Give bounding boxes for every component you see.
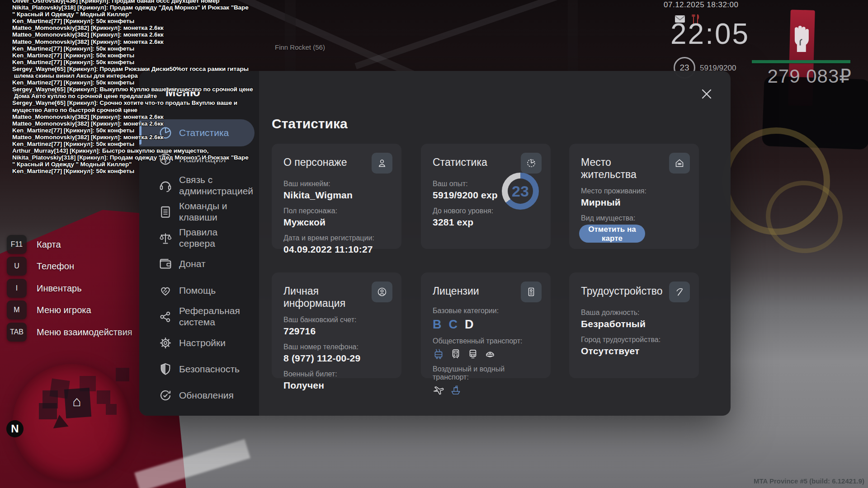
train-icon	[450, 348, 462, 360]
chat-line: Matteo_Momonovskiy[382] [Крикнул]: монет…	[12, 38, 253, 45]
chat-window: Oliver_Ostrovskiy[436] [Крикнул]: Продам…	[12, 0, 253, 174]
level-number: 23	[512, 183, 529, 200]
ship-icon	[450, 384, 462, 396]
military-id-value: Получен	[283, 380, 390, 391]
key-badge: I	[7, 279, 27, 298]
sidebar-item-help[interactable]: Помощь	[139, 283, 255, 298]
plane-icon	[433, 384, 444, 396]
chat-line: Ken_Martinez[77] [Крикнул]: 50к конфеты	[12, 18, 253, 24]
nickname-value: Nikita_Wigman	[283, 190, 390, 201]
public-transport-licenses	[433, 348, 539, 360]
handshake-heart-icon	[158, 283, 173, 298]
registration-value: 04.09.2022 11:10:27	[283, 244, 390, 255]
key-badge: F11	[7, 235, 27, 254]
job-value: Безработный	[581, 319, 687, 329]
chat-line: " Красный И Одежду " Модный Киллер"	[12, 161, 253, 168]
document-icon	[158, 205, 173, 219]
exp-ring: 23	[502, 173, 539, 210]
tram-icon	[467, 348, 479, 360]
chat-line: Ken_Martinez[77] [Крикнул]: 50к конфеты	[12, 141, 253, 147]
hud-datetime: 07.12.2025 18:32:00	[664, 0, 738, 9]
card-statistics: Статистика Ваш опыт:5919/9200 exp До нов…	[421, 144, 551, 249]
license-categories: B C D	[433, 318, 539, 332]
chat-line: Ken_Martinez[77] [Крикнул]: 50к конфеты	[12, 79, 253, 86]
person-circle-icon	[372, 282, 392, 302]
mark-on-map-button[interactable]: Отметить на карте	[579, 225, 645, 243]
chat-line: Ken_Martinez[77] [Крикнул]: 50к конфеты	[12, 127, 253, 134]
pickaxe-icon	[669, 282, 690, 302]
chat-line: Matteo_Momonovskiy[382] [Крикнул]: монет…	[12, 24, 253, 31]
chat-line: Oliver_Ostrovskiy[436] [Крикнул]: Продам…	[12, 0, 253, 4]
map-building	[116, 368, 129, 381]
license-category-b: B	[433, 318, 442, 332]
job-city-value: Отсутствует	[581, 346, 687, 357]
captain-cap-icon	[484, 348, 496, 360]
home-marker-icon: ⌂	[72, 393, 81, 410]
chat-line: Sergey_Wayne[65] [Крикнул]: Выкуплю Купл…	[12, 86, 253, 93]
chat-line: Sergey_Wayne[65] [Крикнул]: Срочно хотит…	[12, 99, 253, 106]
player-nametag: Finn Rocket (56)	[275, 43, 325, 51]
person-icon	[372, 153, 392, 174]
server-version: MTA Province #5 (build: 6.12421.9)	[754, 477, 864, 485]
map-building	[106, 404, 117, 415]
chat-line: Дома Авто куплю по срочной цене предлага…	[12, 93, 253, 99]
house-icon	[669, 153, 690, 174]
chat-line: Matteo_Momonovskiy[382] [Крикнул]: монет…	[12, 113, 253, 120]
license-category-d: D	[465, 318, 474, 332]
bank-account-value: 729716	[283, 326, 390, 337]
chat-line: Ken_Martinez[77] [Крикнул]: 50к конфеты	[12, 52, 253, 59]
exp-value: 5919/9200 exp	[433, 190, 509, 201]
next-level-value: 3281 exp	[433, 217, 509, 228]
chat-line: Sergey_Wayne[65] [Крикнул]: Продам Рюкза…	[12, 66, 253, 72]
keybind-interaction: TAB Меню взаимодействия	[7, 323, 132, 342]
chat-line: Nikita_Platovskiy[318] [Крикнул]: Продам…	[12, 154, 253, 161]
refresh-check-icon	[158, 388, 173, 403]
headset-icon	[158, 178, 173, 193]
gender-value: Мужской	[283, 217, 390, 228]
airwater-transport-licenses	[433, 384, 539, 396]
chat-line: Ken_Martinez[77] [Крикнул]: 50к конфеты	[12, 168, 253, 174]
share-nodes-icon	[158, 310, 173, 324]
card-residence: Место жительства Место проживания:Мирный…	[569, 144, 699, 249]
sidebar-item-referral[interactable]: Реферальная система	[139, 305, 255, 328]
status-bar-green	[752, 60, 850, 63]
shield-icon	[158, 362, 173, 376]
chat-line: мущество Авто по быстрой срочной цене	[12, 107, 253, 113]
keybind-inventory: I Инвентарь	[7, 279, 82, 298]
card-about-character: О персонаже Ваш никнейм:Nikita_Wigman По…	[272, 144, 401, 249]
sidebar-item-donate[interactable]: Донат	[139, 257, 255, 271]
chat-line: Matteo_Momonovskiy[382] [Крикнул]: монет…	[12, 31, 253, 38]
key-badge: TAB	[7, 323, 27, 342]
gear-icon	[158, 336, 173, 350]
sidebar-item-rules[interactable]: Правила сервера	[139, 227, 255, 249]
sidebar-item-updates[interactable]: Обновления	[139, 388, 255, 403]
key-badge: U	[7, 257, 27, 276]
card-employment: Трудоустройство Ваша должность:Безработн…	[569, 272, 699, 378]
license-card-icon	[521, 282, 542, 302]
sidebar-item-security[interactable]: Безопасность	[139, 362, 255, 376]
chat-line: Matteo_Momonovskiy[382] [Крикнул]: монет…	[12, 134, 253, 141]
chat-line: Ken_Martinez[77] [Крикнул]: 50к конфеты	[12, 45, 253, 52]
keybind-phone: U Телефон	[7, 257, 74, 276]
chat-line: Nikita_Platovskiy[318] [Крикнул]: Продам…	[12, 4, 253, 11]
phone-number-value: 8 (977) 112-00-29	[283, 353, 390, 364]
sidebar-item-settings[interactable]: Настройки	[139, 336, 255, 350]
wallet-icon	[158, 257, 173, 271]
sidebar-item-commands[interactable]: Команды и клавиши	[139, 201, 255, 223]
fist-icon	[790, 23, 810, 52]
close-icon[interactable]	[699, 86, 714, 102]
keybind-map: F11 Карта	[7, 235, 61, 254]
compass-north: N	[6, 420, 24, 437]
key-badge: M	[7, 300, 27, 319]
chat-line: Arthur_Murray[143] [Крикнул]: Быстро вык…	[12, 147, 253, 154]
scales-icon	[158, 231, 173, 245]
page-title: Статистика	[272, 116, 348, 131]
sidebar-item-admin-contact[interactable]: Связь с администрацией	[139, 174, 255, 197]
map-building	[97, 390, 110, 404]
license-category-c: C	[449, 318, 458, 332]
card-licenses: Лицензии Базовые категории: B C D Общест…	[421, 272, 551, 378]
card-personal-info: Личная информация Ваш банковский счет:72…	[272, 272, 401, 378]
minimap: ⌂	[13, 364, 130, 482]
trolleybus-icon	[433, 348, 444, 360]
map-building	[80, 376, 96, 391]
